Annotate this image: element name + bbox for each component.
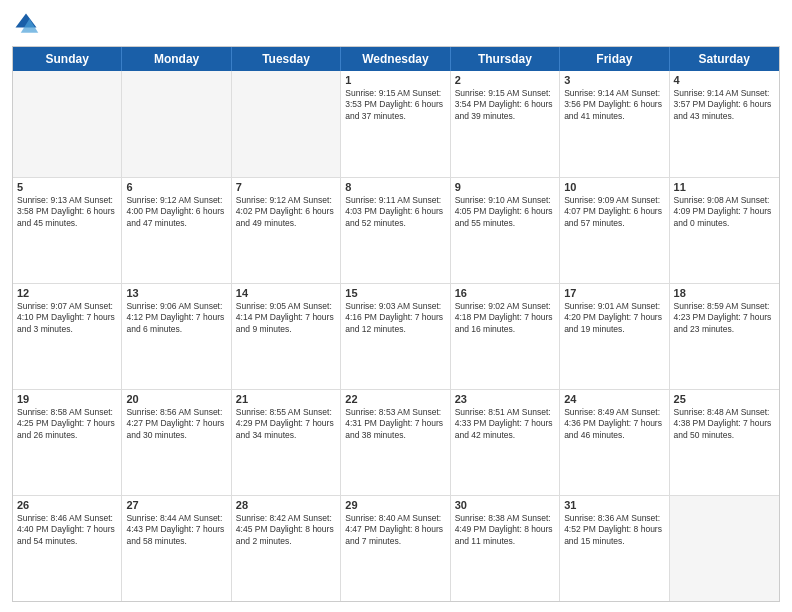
day-number: 30 [455, 499, 555, 511]
day-number: 4 [674, 74, 775, 86]
calendar-header: SundayMondayTuesdayWednesdayThursdayFrid… [13, 47, 779, 71]
day-number: 2 [455, 74, 555, 86]
header [12, 10, 780, 38]
calendar-cell: 18Sunrise: 8:59 AM Sunset: 4:23 PM Dayli… [670, 284, 779, 389]
calendar-cell [670, 496, 779, 601]
day-info: Sunrise: 8:36 AM Sunset: 4:52 PM Dayligh… [564, 513, 664, 547]
calendar-cell: 17Sunrise: 9:01 AM Sunset: 4:20 PM Dayli… [560, 284, 669, 389]
day-info: Sunrise: 9:06 AM Sunset: 4:12 PM Dayligh… [126, 301, 226, 335]
day-number: 12 [17, 287, 117, 299]
calendar-cell: 2Sunrise: 9:15 AM Sunset: 3:54 PM Daylig… [451, 71, 560, 177]
day-number: 21 [236, 393, 336, 405]
calendar-cell: 28Sunrise: 8:42 AM Sunset: 4:45 PM Dayli… [232, 496, 341, 601]
day-number: 1 [345, 74, 445, 86]
logo-icon [12, 10, 40, 38]
day-info: Sunrise: 9:01 AM Sunset: 4:20 PM Dayligh… [564, 301, 664, 335]
day-number: 25 [674, 393, 775, 405]
day-info: Sunrise: 8:38 AM Sunset: 4:49 PM Dayligh… [455, 513, 555, 547]
day-info: Sunrise: 9:12 AM Sunset: 4:02 PM Dayligh… [236, 195, 336, 229]
day-number: 23 [455, 393, 555, 405]
calendar-cell: 14Sunrise: 9:05 AM Sunset: 4:14 PM Dayli… [232, 284, 341, 389]
day-info: Sunrise: 9:15 AM Sunset: 3:54 PM Dayligh… [455, 88, 555, 122]
day-info: Sunrise: 8:58 AM Sunset: 4:25 PM Dayligh… [17, 407, 117, 441]
calendar-cell: 6Sunrise: 9:12 AM Sunset: 4:00 PM Daylig… [122, 178, 231, 283]
day-number: 16 [455, 287, 555, 299]
day-info: Sunrise: 9:02 AM Sunset: 4:18 PM Dayligh… [455, 301, 555, 335]
calendar-cell: 9Sunrise: 9:10 AM Sunset: 4:05 PM Daylig… [451, 178, 560, 283]
calendar-cell [232, 71, 341, 177]
calendar-cell: 30Sunrise: 8:38 AM Sunset: 4:49 PM Dayli… [451, 496, 560, 601]
calendar-cell: 12Sunrise: 9:07 AM Sunset: 4:10 PM Dayli… [13, 284, 122, 389]
calendar-week-5: 26Sunrise: 8:46 AM Sunset: 4:40 PM Dayli… [13, 495, 779, 601]
day-number: 10 [564, 181, 664, 193]
day-info: Sunrise: 9:03 AM Sunset: 4:16 PM Dayligh… [345, 301, 445, 335]
calendar-cell: 1Sunrise: 9:15 AM Sunset: 3:53 PM Daylig… [341, 71, 450, 177]
day-info: Sunrise: 8:44 AM Sunset: 4:43 PM Dayligh… [126, 513, 226, 547]
calendar-cell: 25Sunrise: 8:48 AM Sunset: 4:38 PM Dayli… [670, 390, 779, 495]
day-info: Sunrise: 9:05 AM Sunset: 4:14 PM Dayligh… [236, 301, 336, 335]
day-info: Sunrise: 9:14 AM Sunset: 3:57 PM Dayligh… [674, 88, 775, 122]
header-day-friday: Friday [560, 47, 669, 71]
calendar-cell: 29Sunrise: 8:40 AM Sunset: 4:47 PM Dayli… [341, 496, 450, 601]
day-info: Sunrise: 8:49 AM Sunset: 4:36 PM Dayligh… [564, 407, 664, 441]
day-number: 14 [236, 287, 336, 299]
calendar-cell: 20Sunrise: 8:56 AM Sunset: 4:27 PM Dayli… [122, 390, 231, 495]
day-number: 13 [126, 287, 226, 299]
page: SundayMondayTuesdayWednesdayThursdayFrid… [0, 0, 792, 612]
day-info: Sunrise: 8:48 AM Sunset: 4:38 PM Dayligh… [674, 407, 775, 441]
calendar-cell: 16Sunrise: 9:02 AM Sunset: 4:18 PM Dayli… [451, 284, 560, 389]
day-info: Sunrise: 8:53 AM Sunset: 4:31 PM Dayligh… [345, 407, 445, 441]
calendar-cell: 22Sunrise: 8:53 AM Sunset: 4:31 PM Dayli… [341, 390, 450, 495]
day-number: 22 [345, 393, 445, 405]
calendar-cell: 24Sunrise: 8:49 AM Sunset: 4:36 PM Dayli… [560, 390, 669, 495]
calendar-cell: 21Sunrise: 8:55 AM Sunset: 4:29 PM Dayli… [232, 390, 341, 495]
day-info: Sunrise: 9:12 AM Sunset: 4:00 PM Dayligh… [126, 195, 226, 229]
day-info: Sunrise: 9:08 AM Sunset: 4:09 PM Dayligh… [674, 195, 775, 229]
day-number: 26 [17, 499, 117, 511]
calendar: SundayMondayTuesdayWednesdayThursdayFrid… [12, 46, 780, 602]
day-info: Sunrise: 8:59 AM Sunset: 4:23 PM Dayligh… [674, 301, 775, 335]
day-number: 7 [236, 181, 336, 193]
day-number: 20 [126, 393, 226, 405]
header-day-monday: Monday [122, 47, 231, 71]
calendar-cell: 19Sunrise: 8:58 AM Sunset: 4:25 PM Dayli… [13, 390, 122, 495]
day-number: 6 [126, 181, 226, 193]
day-info: Sunrise: 9:09 AM Sunset: 4:07 PM Dayligh… [564, 195, 664, 229]
calendar-cell [122, 71, 231, 177]
calendar-cell: 11Sunrise: 9:08 AM Sunset: 4:09 PM Dayli… [670, 178, 779, 283]
calendar-cell: 4Sunrise: 9:14 AM Sunset: 3:57 PM Daylig… [670, 71, 779, 177]
day-number: 18 [674, 287, 775, 299]
day-info: Sunrise: 9:10 AM Sunset: 4:05 PM Dayligh… [455, 195, 555, 229]
day-number: 31 [564, 499, 664, 511]
header-day-wednesday: Wednesday [341, 47, 450, 71]
day-info: Sunrise: 9:14 AM Sunset: 3:56 PM Dayligh… [564, 88, 664, 122]
day-number: 29 [345, 499, 445, 511]
calendar-week-3: 12Sunrise: 9:07 AM Sunset: 4:10 PM Dayli… [13, 283, 779, 389]
day-info: Sunrise: 9:13 AM Sunset: 3:58 PM Dayligh… [17, 195, 117, 229]
day-info: Sunrise: 9:15 AM Sunset: 3:53 PM Dayligh… [345, 88, 445, 122]
header-day-saturday: Saturday [670, 47, 779, 71]
day-number: 15 [345, 287, 445, 299]
day-number: 5 [17, 181, 117, 193]
calendar-body: 1Sunrise: 9:15 AM Sunset: 3:53 PM Daylig… [13, 71, 779, 601]
day-info: Sunrise: 8:51 AM Sunset: 4:33 PM Dayligh… [455, 407, 555, 441]
day-info: Sunrise: 8:56 AM Sunset: 4:27 PM Dayligh… [126, 407, 226, 441]
day-number: 11 [674, 181, 775, 193]
header-day-sunday: Sunday [13, 47, 122, 71]
day-number: 9 [455, 181, 555, 193]
day-number: 24 [564, 393, 664, 405]
day-number: 19 [17, 393, 117, 405]
calendar-cell: 15Sunrise: 9:03 AM Sunset: 4:16 PM Dayli… [341, 284, 450, 389]
calendar-week-1: 1Sunrise: 9:15 AM Sunset: 3:53 PM Daylig… [13, 71, 779, 177]
calendar-cell: 31Sunrise: 8:36 AM Sunset: 4:52 PM Dayli… [560, 496, 669, 601]
day-info: Sunrise: 8:40 AM Sunset: 4:47 PM Dayligh… [345, 513, 445, 547]
day-info: Sunrise: 9:11 AM Sunset: 4:03 PM Dayligh… [345, 195, 445, 229]
header-day-tuesday: Tuesday [232, 47, 341, 71]
day-number: 28 [236, 499, 336, 511]
header-day-thursday: Thursday [451, 47, 560, 71]
calendar-week-2: 5Sunrise: 9:13 AM Sunset: 3:58 PM Daylig… [13, 177, 779, 283]
day-info: Sunrise: 8:46 AM Sunset: 4:40 PM Dayligh… [17, 513, 117, 547]
day-info: Sunrise: 8:42 AM Sunset: 4:45 PM Dayligh… [236, 513, 336, 547]
calendar-cell: 5Sunrise: 9:13 AM Sunset: 3:58 PM Daylig… [13, 178, 122, 283]
calendar-cell: 7Sunrise: 9:12 AM Sunset: 4:02 PM Daylig… [232, 178, 341, 283]
